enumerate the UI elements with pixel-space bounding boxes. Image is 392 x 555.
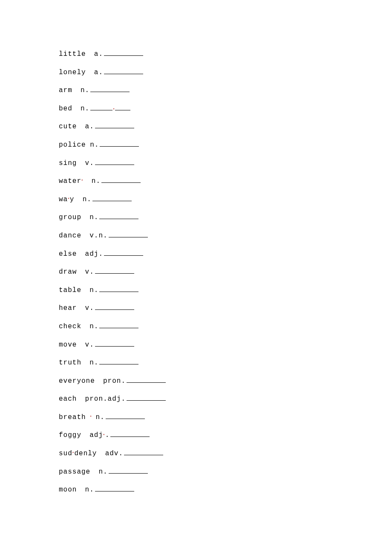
vocab-word: dance [59, 232, 81, 240]
vocab-row: water● n. [59, 177, 392, 196]
marker-dot: ● [113, 107, 115, 110]
word-pos-separator [84, 177, 92, 185]
part-of-speech: v. [85, 268, 94, 276]
answer-blank[interactable] [95, 304, 134, 310]
part-of-speech: a. [94, 69, 103, 76]
part-of-speech: n. [85, 486, 94, 494]
word-pos-separator [81, 214, 89, 221]
part-of-speech: adj. [85, 250, 103, 258]
part-of-speech: pron. [103, 377, 126, 385]
vocab-row: truth n. [59, 359, 392, 377]
vocab-row: each pron.adj. [59, 395, 392, 413]
word-pos-separator [86, 50, 94, 58]
vocab-word: lonely [59, 69, 86, 76]
vocab-row: group n. [59, 214, 392, 232]
word-pos-separator [77, 304, 85, 312]
answer-blank[interactable] [90, 87, 130, 92]
marker-dot: ● [90, 415, 92, 418]
answer-blank[interactable] [95, 486, 134, 491]
vocab-word: cute [59, 123, 77, 130]
answer-blank[interactable] [124, 450, 163, 455]
part-of-speech: a. [85, 123, 94, 130]
answer-blank[interactable] [92, 196, 132, 201]
vocab-word: everyone [59, 377, 95, 385]
vocab-word: truth [59, 359, 81, 367]
answer-blank[interactable] [90, 105, 112, 110]
part-of-speech: n. [89, 359, 98, 367]
word-pos-separator [77, 395, 85, 403]
part-of-speech: n. [95, 413, 104, 421]
word-pos-separator [81, 323, 89, 330]
answer-blank[interactable] [99, 359, 138, 364]
vocab-word: bed [59, 105, 72, 113]
word-pos-separator [77, 341, 85, 349]
part-of-speech: n. [89, 323, 98, 330]
part-of-speech: n. [83, 196, 92, 203]
answer-blank[interactable] [127, 377, 166, 383]
vocab-row: everyone pron. [59, 377, 392, 396]
vocab-row: police n. [59, 141, 392, 159]
vocab-row: else adj. [59, 250, 392, 269]
word-pos-separator [77, 123, 85, 130]
vocab-row: hear v. [59, 304, 392, 323]
vocab-word: water● [59, 177, 84, 185]
answer-blank[interactable] [99, 286, 138, 292]
word-pos-separator [86, 69, 94, 76]
answer-blank[interactable] [100, 141, 139, 147]
marker-dot: ● [81, 179, 84, 182]
answer-blank[interactable] [104, 69, 143, 74]
part-of-speech: n. [98, 468, 107, 476]
vocab-row: breath ● n. [59, 413, 392, 432]
word-pos-separator [81, 431, 89, 439]
answer-blank[interactable] [110, 431, 150, 437]
answer-blank[interactable] [127, 395, 166, 401]
marker-dot: ● [68, 197, 70, 200]
word-pos-separator [86, 141, 90, 149]
answer-blank[interactable] [95, 341, 134, 347]
part-of-speech: pron.adj. [85, 395, 126, 403]
vocab-row: foggy adj●. [59, 431, 392, 450]
answer-blank[interactable] [99, 323, 138, 328]
vocab-word: foggy [59, 431, 81, 439]
part-of-speech: adv. [105, 450, 123, 457]
vocab-row: move v. [59, 341, 392, 359]
word-pos-separator [90, 468, 98, 476]
vocab-word: check [59, 323, 81, 330]
vocab-word: arm [59, 87, 72, 94]
answer-blank[interactable] [104, 50, 143, 56]
answer-blank[interactable] [95, 123, 134, 128]
vocab-row: lonely a. [59, 69, 392, 87]
marker-dot: ● [103, 433, 105, 436]
vocab-word: group [59, 214, 81, 221]
answer-blank[interactable] [99, 214, 138, 219]
answer-blank[interactable] [109, 468, 148, 474]
word-pos-separator [77, 486, 85, 494]
vocab-word: breath [59, 413, 86, 421]
part-of-speech: n. [81, 105, 89, 113]
vocab-row: cute a. [59, 123, 392, 141]
answer-blank[interactable] [95, 268, 134, 274]
word-pos-separator [77, 268, 85, 276]
part-of-speech: v. [85, 341, 94, 349]
vocab-word: sud●denly [59, 450, 97, 457]
vocab-word: moon [59, 486, 77, 494]
word-pos-separator [81, 359, 89, 367]
vocab-row: dance v.n. [59, 232, 392, 250]
answer-blank[interactable] [101, 177, 141, 183]
vocab-word: sing [59, 159, 77, 167]
answer-blank[interactable] [115, 105, 130, 110]
word-pos-separator [77, 159, 85, 167]
vocab-word: table [59, 286, 81, 294]
vocab-row: draw v. [59, 268, 392, 286]
vocab-row: sing v. [59, 159, 392, 178]
answer-blank[interactable] [106, 413, 145, 419]
answer-blank[interactable] [109, 232, 148, 237]
answer-blank[interactable] [95, 159, 134, 165]
answer-blank[interactable] [104, 250, 143, 256]
word-pos-separator [81, 286, 89, 294]
word-pos-separator [72, 87, 81, 94]
word-pos-separator [72, 105, 81, 113]
part-of-speech: n. [89, 214, 98, 221]
part-of-speech: a. [94, 50, 103, 58]
vocab-word: wa●y [59, 196, 74, 203]
